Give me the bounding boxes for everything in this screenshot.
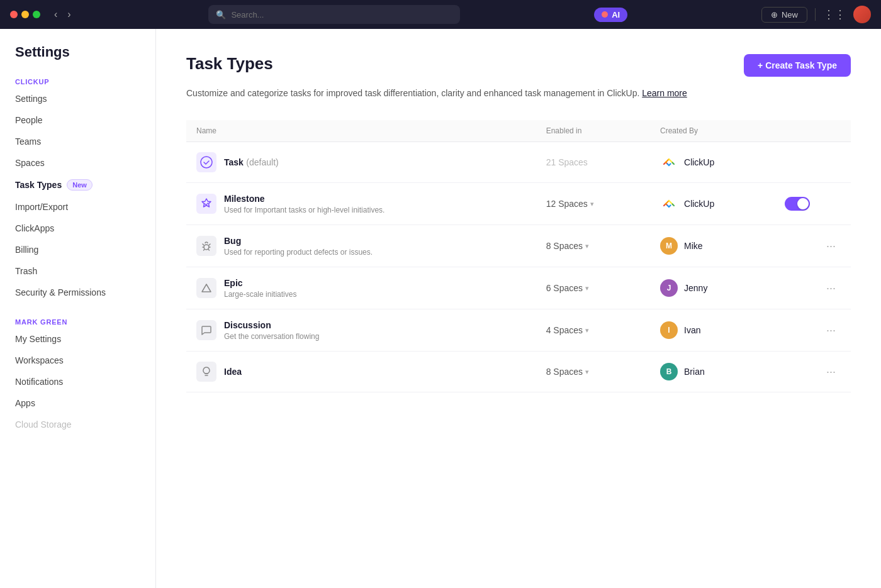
creator-avatar: J [660,279,678,297]
name-cell: Task (default) [186,142,536,183]
topbar: ‹ › 🔍 AI ⊕ New ⋮⋮ [0,0,881,29]
sidebar-item-notifications[interactable]: Notifications [0,371,155,392]
table-header: Name Enabled in Created By [186,120,851,142]
chevron-down-icon: ▾ [585,242,589,250]
spaces-count: 6 Spaces [546,283,583,293]
ai-button[interactable]: AI [594,8,627,22]
sidebar-item-people[interactable]: People [0,109,155,131]
spaces-cell[interactable]: 4 Spaces ▾ [536,309,650,352]
table-row: Discussion Get the conversation flowing … [186,309,851,352]
sidebar-item-cloud-storage[interactable]: Cloud Storage [0,414,155,435]
sidebar-item-import-export[interactable]: Import/Export [0,196,155,218]
sidebar-item-apps[interactable]: Apps [0,392,155,414]
creator-avatar: B [660,363,678,380]
page-description: Customize and categorize tasks for impro… [186,87,851,100]
creator-cell: ClickUp [650,142,775,183]
search-bar[interactable]: 🔍 [208,5,460,24]
learn-more-link[interactable]: Learn more [642,88,687,98]
creator-name: Mike [684,241,703,251]
spaces-cell[interactable]: 21 Spaces [536,142,650,183]
sidebar-item-clickapps[interactable]: ClickApps [0,218,155,239]
sidebar-item-spaces[interactable]: Spaces [0,152,155,174]
more-options-button[interactable]: ··· [821,237,841,255]
sidebar-item-task-types[interactable]: Task Types New [0,174,155,196]
spaces-cell[interactable]: 6 Spaces ▾ [536,267,650,309]
sidebar-item-my-settings[interactable]: My Settings [0,328,155,350]
task-type-description: Get the conversation flowing [224,332,319,341]
toggle-switch[interactable] [785,197,810,211]
name-cell: Discussion Get the conversation flowing [186,309,536,352]
table-body: Task (default) 21 Spaces ClickUp Milesto… [186,142,851,392]
sidebar-item-workspaces[interactable]: Workspaces [0,350,155,371]
toggle-knob [797,198,809,209]
task-type-name: Discussion [224,320,271,330]
new-button[interactable]: ⊕ New [761,7,807,23]
spaces-dropdown[interactable]: 6 Spaces ▾ [546,283,640,293]
task-type-icon [196,152,216,172]
task-type-icon [196,278,216,298]
task-type-name: Idea [224,367,242,377]
name-cell: Epic Large-scale initiatives [186,267,536,309]
creator-avatar: M [660,237,678,255]
actions-cell [775,142,851,183]
topbar-divider [815,8,816,21]
ai-dot [602,11,608,18]
spaces-cell[interactable]: 8 Spaces ▾ [536,352,650,392]
creator-avatar: I [660,321,678,339]
create-task-type-button[interactable]: + Create Task Type [744,54,851,77]
col-name: Name [186,120,536,142]
sidebar-title: Settings [0,44,155,73]
task-type-icon [196,320,216,340]
sidebar-item-trash[interactable]: Trash [0,260,155,282]
search-input[interactable] [231,10,452,19]
page-title: Task Types [186,54,273,74]
creator-name: Jenny [684,283,707,293]
spaces-count: 12 Spaces [546,199,588,209]
chevron-down-icon: ▾ [585,368,589,376]
page-header: Task Types + Create Task Type [186,54,851,77]
sidebar-item-billing[interactable]: Billing [0,239,155,260]
spaces-dropdown[interactable]: 8 Spaces ▾ [546,367,640,377]
forward-button[interactable]: › [64,8,74,21]
more-options-button[interactable]: ··· [821,279,841,297]
user-avatar[interactable] [853,6,871,23]
grid-icon[interactable]: ⋮⋮ [823,8,846,21]
task-type-name: Epic [224,278,243,288]
actions-cell: ··· [775,309,851,352]
more-options-button[interactable]: ··· [821,321,841,340]
spaces-dropdown[interactable]: 4 Spaces ▾ [546,325,640,335]
task-type-icon [196,362,216,382]
name-cell: Bug Used for reporting product defects o… [186,225,536,267]
name-cell: Idea [186,352,536,392]
spaces-cell[interactable]: 8 Spaces ▾ [536,225,650,267]
sidebar-item-settings[interactable]: Settings [0,88,155,109]
creator-cell: M Mike [650,225,775,267]
task-type-name: Milestone [224,194,265,204]
creator-name: ClickUp [684,157,714,167]
chevron-down-icon: ▾ [585,326,589,335]
spaces-dropdown[interactable]: 12 Spaces ▾ [546,199,640,209]
sidebar-item-teams[interactable]: Teams [0,131,155,152]
back-button[interactable]: ‹ [50,8,61,21]
clickup-logo [660,153,678,171]
table-row: Bug Used for reporting product defects o… [186,225,851,267]
name-cell: Milestone Used for Important tasks or hi… [186,183,536,225]
new-badge: New [67,179,93,191]
actions-cell: ··· [775,225,851,267]
spaces-dropdown[interactable]: 8 Spaces ▾ [546,241,640,251]
creator-cell: I Ivan [650,309,775,352]
col-created-by: Created By [650,120,775,142]
task-type-name: Bug [224,236,241,246]
creator-name: Brian [684,367,705,377]
sidebar-item-security[interactable]: Security & Permissions [0,282,155,303]
spaces-cell[interactable]: 12 Spaces ▾ [536,183,650,225]
chevron-down-icon: ▾ [590,200,594,208]
more-options-button[interactable]: ··· [821,363,841,381]
sidebar: Settings CLICKUP Settings People Teams S… [0,29,156,588]
default-label: (default) [246,157,278,167]
creator-name: Ivan [684,325,700,335]
ai-label: AI [612,10,620,19]
spaces-count: 8 Spaces [546,367,583,377]
table-row: Milestone Used for Important tasks or hi… [186,183,851,225]
table-row: Idea 8 Spaces ▾ B Brian ··· [186,352,851,392]
